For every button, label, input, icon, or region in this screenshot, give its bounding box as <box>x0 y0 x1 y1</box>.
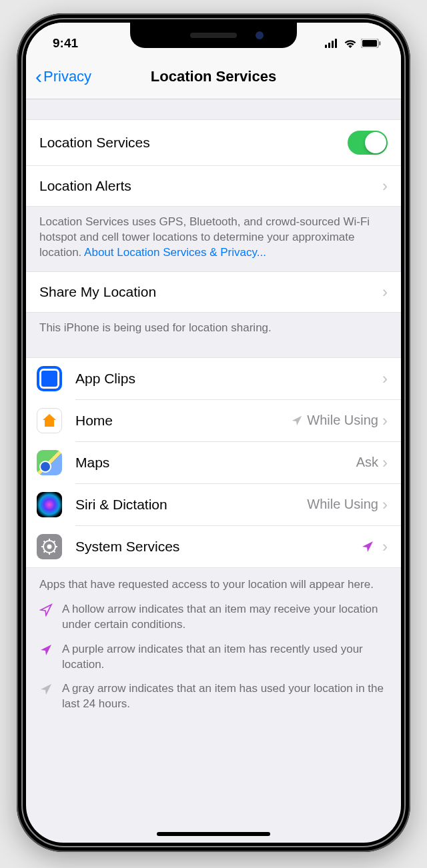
legend-row: A purple arrow indicates that an item ha… <box>39 642 388 673</box>
share-my-location-cell[interactable]: Share My Location › <box>26 271 401 313</box>
app-label: Maps <box>75 455 356 471</box>
nav-bar: ‹ Privacy Location Services <box>26 59 401 99</box>
legend-intro: Apps that have requested access to your … <box>39 577 388 593</box>
app-clips-cell[interactable]: App Clips › <box>26 358 401 399</box>
siri-icon <box>37 492 62 517</box>
legend-row: A hollow arrow indicates that an item ma… <box>39 602 388 633</box>
legend-row: A gray arrow indicates that an item has … <box>39 681 388 712</box>
cell-label: Location Services <box>39 135 348 151</box>
siri-cell[interactable]: Siri & Dictation While Using › <box>26 484 401 525</box>
svg-rect-2 <box>379 41 381 45</box>
location-arrow-icon <box>291 415 303 427</box>
chevron-right-icon: › <box>382 495 388 514</box>
svg-line-12 <box>44 550 46 552</box>
back-label: Privacy <box>43 68 91 85</box>
home-icon <box>37 408 62 433</box>
toggle-switch[interactable] <box>348 131 388 155</box>
phone-frame: 9:41 ‹ Privacy Location Services Locatio… <box>17 13 410 852</box>
maps-cell[interactable]: Maps Ask › <box>26 442 401 483</box>
svg-line-10 <box>53 550 55 552</box>
location-services-toggle-cell[interactable]: Location Services <box>26 119 401 166</box>
svg-point-4 <box>47 544 52 549</box>
status-time: 9:41 <box>53 36 78 51</box>
chevron-right-icon: › <box>382 411 388 430</box>
app-label: Home <box>75 413 291 429</box>
chevron-right-icon: › <box>382 369 388 388</box>
section-footer: This iPhone is being used for location s… <box>26 313 401 347</box>
cellular-icon <box>325 39 340 48</box>
settings-icon <box>37 534 62 559</box>
location-alerts-cell[interactable]: Location Alerts › <box>26 166 401 207</box>
chevron-left-icon: ‹ <box>35 67 42 87</box>
location-arrow-icon <box>361 540 374 553</box>
location-arrow-purple-icon <box>39 643 53 657</box>
location-arrow-hollow-icon <box>39 603 53 617</box>
app-list: App Clips › Home While Using › <box>26 357 401 568</box>
system-services-cell[interactable]: System Services › <box>26 526 401 567</box>
svg-line-9 <box>44 541 46 543</box>
back-button[interactable]: ‹ Privacy <box>35 67 91 87</box>
battery-icon <box>361 39 381 48</box>
app-clips-icon <box>37 366 62 391</box>
chevron-right-icon: › <box>382 537 388 556</box>
maps-icon <box>37 450 62 475</box>
section-footer: Location Services uses GPS, Bluetooth, a… <box>26 207 401 271</box>
app-label: App Clips <box>75 371 378 387</box>
svg-rect-1 <box>362 40 377 47</box>
svg-line-11 <box>53 541 55 543</box>
app-label: System Services <box>75 539 361 555</box>
wifi-icon <box>344 39 357 49</box>
chevron-right-icon: › <box>382 453 388 472</box>
location-arrow-gray-icon <box>39 683 53 696</box>
chevron-right-icon: › <box>382 283 388 301</box>
privacy-link[interactable]: About Location Services & Privacy... <box>84 246 266 259</box>
chevron-right-icon: › <box>382 177 388 195</box>
content: Location Services Location Alerts › Loca… <box>26 99 401 728</box>
notch <box>130 23 297 48</box>
home-cell[interactable]: Home While Using › <box>26 400 401 441</box>
home-indicator[interactable] <box>157 832 270 836</box>
app-label: Siri & Dictation <box>75 497 307 513</box>
screen: 9:41 ‹ Privacy Location Services Locatio… <box>26 23 401 843</box>
cell-label: Location Alerts <box>39 178 382 194</box>
legend-section: Apps that have requested access to your … <box>26 568 401 729</box>
cell-label: Share My Location <box>39 284 382 300</box>
